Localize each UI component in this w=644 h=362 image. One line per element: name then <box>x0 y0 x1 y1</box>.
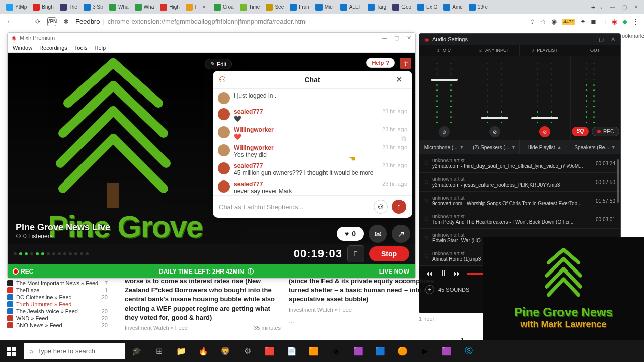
browser-tab[interactable]: High <box>157 4 183 11</box>
device-selector[interactable]: Speakers (Re...▼ <box>570 140 620 154</box>
mixer-channel-mic[interactable]: ⊘ <box>419 56 469 140</box>
browser-tab[interactable]: F✕ <box>183 4 211 11</box>
trash-icon[interactable]: 🗑 <box>401 135 407 142</box>
feed-item[interactable]: The Most Important News » Feed7 <box>7 280 108 287</box>
browser-tab[interactable]: The <box>57 4 80 11</box>
taskbar-task-view[interactable]: ⊞ <box>149 340 169 363</box>
device-selector[interactable]: Hide Playlist▲ <box>520 140 570 154</box>
browser-tab[interactable]: Time <box>237 4 263 11</box>
feed-item[interactable]: TheBlaze1 <box>7 287 108 294</box>
emoji-button[interactable]: ☺ <box>374 200 388 214</box>
window-maximize-icon[interactable]: ▢ <box>622 4 627 10</box>
shield-icon[interactable]: ◆ <box>622 18 627 25</box>
taskbar-skype[interactable]: Ⓢ <box>459 340 479 363</box>
edit-button[interactable]: ✎ Edit <box>205 59 232 69</box>
mixlr-maximize-icon[interactable]: ▢ <box>394 35 399 41</box>
feed-item[interactable]: The Jewish Voice » Feed20 <box>7 308 108 315</box>
browser-tab[interactable]: 3 Str <box>80 4 106 11</box>
like-button[interactable]: ♥ 0 <box>337 227 364 241</box>
ext-icon-2[interactable]: ◉ <box>612 18 617 25</box>
profile-icon[interactable]: ◻ <box>601 18 607 25</box>
track-row[interactable]: ⁝⁝unknown artisty2mate.com - third_day_s… <box>419 154 620 173</box>
browser-tab[interactable]: Targ <box>365 4 389 11</box>
drag-handle-icon[interactable]: ⁝⁝ <box>424 160 428 167</box>
taskbar-search[interactable]: ⌕ Type here to search <box>24 343 125 359</box>
start-button[interactable] <box>0 340 22 363</box>
drag-handle-icon[interactable]: ⁝⁝ <box>424 253 428 260</box>
window-minimize-icon[interactable]: — <box>610 4 615 10</box>
track-row[interactable]: ⁝⁝unknown artisty2mate.com - jesus_cultu… <box>419 173 620 192</box>
chat-input[interactable]: Chat as Faithful Shepherds... <box>219 203 370 211</box>
share-button[interactable]: ↗ <box>392 225 410 243</box>
mixer-channel-any[interactable]: ⊘ <box>469 56 520 140</box>
taskbar-app-8[interactable]: 🟦 <box>370 340 390 363</box>
share-icon[interactable]: ⇪ <box>530 18 535 25</box>
accessibility-button[interactable]: ☥ <box>400 58 411 69</box>
browser-tab[interactable]: 19 c <box>466 4 491 11</box>
drag-handle-icon[interactable]: ⁝⁝ <box>424 234 428 241</box>
taskbar-app-4[interactable]: 📄 <box>282 340 302 363</box>
audio-minimize-icon[interactable]: — <box>586 36 592 43</box>
browser-tab[interactable]: Croa <box>211 4 237 11</box>
fader-playlist[interactable] <box>531 117 558 119</box>
taskbar-app-6[interactable]: ◈ <box>326 340 346 363</box>
tab-close-icon[interactable]: ✕ <box>200 4 208 10</box>
audio-close-icon[interactable]: ✕ <box>611 36 615 43</box>
mixer-channel-playlist[interactable]: ⊘ <box>520 56 571 140</box>
taskbar-settings[interactable]: ⚙ <box>237 340 258 363</box>
people-icon[interactable]: ⚇ <box>219 75 229 84</box>
drag-handle-icon[interactable]: ⁝⁝ <box>424 178 428 186</box>
browser-tab[interactable]: Micr <box>312 4 337 11</box>
device-selector[interactable]: (2) Speakers (...▼ <box>469 140 520 154</box>
reading-list-icon[interactable]: ≣ <box>591 18 596 25</box>
mixer-button[interactable]: ⎍ <box>347 245 364 262</box>
menu-item[interactable]: Window <box>13 45 32 51</box>
feed-item[interactable]: WND » Feed20 <box>7 315 108 322</box>
device-selector[interactable]: Microphone (...▼ <box>419 140 469 154</box>
mixlr-close-icon[interactable]: ✕ <box>407 35 411 41</box>
browser-tab[interactable]: Ame <box>440 4 466 11</box>
nav-back-icon[interactable]: ← <box>5 17 14 26</box>
track-row[interactable]: ⁝⁝unknown artist9convert.com - Worship S… <box>419 192 620 210</box>
browser-tab[interactable]: Ex G <box>414 4 440 11</box>
taskbar-app-7[interactable]: 🟪 <box>348 340 368 363</box>
comment-button[interactable]: ✉ <box>369 225 387 243</box>
browser-tab[interactable]: See <box>263 4 287 11</box>
fader-mic[interactable] <box>431 79 458 81</box>
menu-item[interactable]: Recordings <box>39 45 67 51</box>
taskbar-app-10[interactable]: ▶ <box>415 340 435 363</box>
ext-badge[interactable]: 4472 <box>562 19 575 25</box>
taskbar-app-3[interactable]: 🟥 <box>260 340 280 363</box>
window-close-icon[interactable]: ✕ <box>634 4 638 10</box>
url-field[interactable]: Feedbro | chrome-extension://mefgmmbdail… <box>75 18 525 25</box>
track-row[interactable]: ⁝⁝unknown artistTom Petty And The Heartb… <box>419 210 620 229</box>
help-button[interactable]: Help ? <box>366 58 395 68</box>
browser-tab[interactable]: Goo <box>389 4 414 11</box>
send-button[interactable]: ↑ <box>392 200 406 214</box>
taskbar-app-grad[interactable]: 🎓 <box>127 340 147 363</box>
menu-item[interactable]: Tools <box>74 45 88 51</box>
info-icon[interactable]: ⓘ <box>248 268 254 275</box>
mute-any-button[interactable]: ⊘ <box>489 126 500 137</box>
rec-button[interactable]: REC <box>592 127 619 136</box>
feed-item[interactable]: Truth Unmuted » Feed <box>7 301 108 308</box>
tabs-dropdown-icon[interactable]: ⌄ <box>599 4 603 10</box>
menu-item[interactable]: Help <box>94 45 106 51</box>
browser-tab[interactable]: Fran <box>287 4 312 11</box>
mixlr-minimize-icon[interactable]: — <box>382 35 387 41</box>
stop-button[interactable]: Stop <box>369 246 409 261</box>
feed-item[interactable]: BNO News » Feed20 <box>7 322 108 329</box>
taskbar-app-11[interactable]: 🟪 <box>437 340 457 363</box>
browser-tab[interactable]: Brigh <box>30 4 56 11</box>
bookmarks-bar-peek[interactable]: ookmarks⌄ <box>622 32 644 39</box>
taskbar-app-1[interactable]: 🔥 <box>193 340 213 363</box>
mute-playlist-button[interactable]: ⊘ <box>539 126 550 137</box>
taskbar-app-9[interactable]: 🟠 <box>392 340 413 363</box>
taskbar-app-5[interactable]: 🟧 <box>304 340 324 363</box>
kebab-menu-icon[interactable]: ⋮ <box>632 18 639 25</box>
vpn-badge[interactable]: VPN <box>47 17 56 26</box>
star-icon[interactable]: ☆ <box>540 18 546 25</box>
audio-maximize-icon[interactable]: ▢ <box>599 36 604 43</box>
fader-any[interactable] <box>481 117 508 119</box>
article-card[interactable]: worse is to come as interest rates rise … <box>125 277 281 332</box>
